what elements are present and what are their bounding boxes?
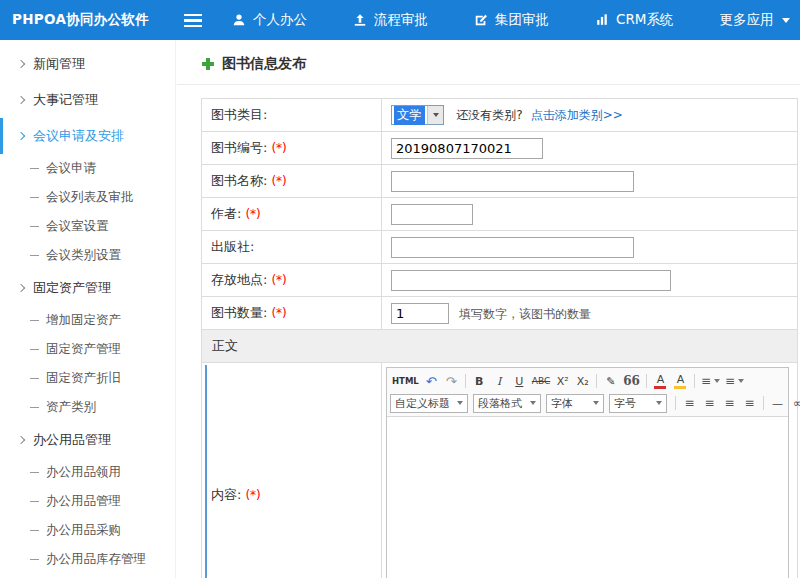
form-row-category: 图书类目: 文学 还没有类别? 点击添加类别>> [202, 99, 798, 132]
strikethrough-button[interactable]: ABC [530, 372, 552, 390]
category-label: 图书类目: [211, 107, 267, 122]
toolbar-separator [646, 374, 647, 388]
toolbar-separator [694, 374, 695, 388]
sidebar-group-label: 办公用品管理 [33, 431, 111, 449]
required-mark: (*) [271, 273, 286, 287]
sidebar-item-asset-manage[interactable]: 固定资产管理 [0, 335, 175, 364]
quantity-input[interactable] [391, 303, 449, 324]
caret-down-icon [457, 401, 463, 405]
html-source-button[interactable]: HTML [390, 372, 421, 390]
sidebar-item-approval-permission[interactable]: 审批权限设置 [0, 574, 175, 578]
sidebar-group-news[interactable]: 新闻管理 [0, 46, 175, 82]
page-title-bar: 图书信息发布 [177, 40, 800, 85]
sidebar-item-meeting-apply[interactable]: 会议申请 [0, 154, 175, 183]
sidebar-item-meeting-list[interactable]: 会议列表及审批 [0, 183, 175, 212]
book-name-input[interactable] [391, 171, 634, 192]
dash-icon [30, 378, 39, 379]
required-mark: (*) [271, 306, 286, 320]
font-family-dropdown[interactable]: 字体 [546, 394, 604, 413]
align-center-button[interactable]: ≡ [700, 394, 719, 412]
link-button[interactable]: ∞ [788, 394, 800, 412]
subscript-button[interactable]: X₂ [573, 372, 592, 390]
editor-content-area[interactable] [387, 417, 788, 578]
custom-title-dropdown[interactable]: 自定义标题 [390, 394, 468, 413]
form-row-quantity: 图书数量:(*) 填写数字，该图书的数量 [202, 297, 798, 330]
workflow-icon [353, 13, 367, 27]
book-code-input[interactable] [391, 138, 543, 159]
page-title: 图书信息发布 [222, 55, 306, 73]
sidebar-item-label: 会议列表及审批 [46, 189, 134, 206]
toolbar-separator [596, 374, 597, 388]
blockquote-button[interactable]: 66 [621, 372, 642, 390]
unordered-list-button[interactable]: ≡ [699, 372, 722, 390]
editor-toolbar-row2: 自定义标题 段落格式 字体 字号 ≡ ≡ ≡ ≡ — ∞ ∞ [390, 392, 785, 414]
nav-crm-system[interactable]: CRM系统 [595, 11, 673, 29]
category-select[interactable]: 文学 [391, 105, 444, 125]
quantity-label: 图书数量: [211, 305, 267, 320]
sidebar-item-supplies-manage[interactable]: 办公用品管理 [0, 487, 175, 516]
nav-personal-office[interactable]: 个人办公 [232, 11, 307, 29]
redo-button[interactable]: ↷ [442, 372, 461, 390]
chevron-right-icon [17, 284, 25, 292]
sidebar-group-label: 固定资产管理 [33, 279, 111, 297]
align-justify-button[interactable]: ≡ [740, 394, 759, 412]
sidebar-item-label: 办公用品领用 [46, 464, 121, 481]
form-row-location: 存放地点:(*) [202, 264, 798, 297]
sidebar-group-assets[interactable]: 固定资产管理 [0, 270, 175, 306]
sidebar-item-asset-depreciation[interactable]: 固定资产折旧 [0, 364, 175, 393]
sidebar-item-supplies-purchase[interactable]: 办公用品采购 [0, 516, 175, 545]
publisher-input[interactable] [391, 237, 634, 258]
location-input[interactable] [391, 270, 671, 291]
main-content: 图书信息发布 图书类目: 文学 还没有类别? 点击添加类别>> 图书编号:(*) [177, 40, 800, 578]
dash-icon [30, 320, 39, 321]
sidebar-item-supplies-claim[interactable]: 办公用品领用 [0, 458, 175, 487]
caret-down-icon [530, 401, 536, 405]
hamburger-menu-icon[interactable] [184, 14, 202, 27]
undo-button[interactable]: ↶ [422, 372, 441, 390]
nav-workflow-approval[interactable]: 流程审批 [353, 11, 428, 29]
font-size-dropdown[interactable]: 字号 [609, 394, 667, 413]
dash-icon [30, 255, 39, 256]
sidebar-item-asset-add[interactable]: 增加固定资产 [0, 306, 175, 335]
sidebar: 新闻管理 大事记管理 会议申请及安排 会议申请 会议列表及审批 会议室设置 会议… [0, 40, 176, 578]
dash-icon [30, 472, 39, 473]
sidebar-item-label: 办公用品库存管理 [46, 551, 146, 568]
chart-icon [595, 13, 609, 27]
font-color-button[interactable]: A [651, 372, 670, 390]
chevron-right-icon [17, 132, 25, 140]
form-section-body: 正文 [202, 330, 798, 363]
sidebar-item-label: 固定资产折旧 [46, 370, 121, 387]
nav-more-apps[interactable]: 更多应用 [719, 11, 790, 29]
chevron-right-icon [17, 436, 25, 444]
sidebar-item-supplies-stock[interactable]: 办公用品库存管理 [0, 545, 175, 574]
sidebar-group-supplies[interactable]: 办公用品管理 [0, 422, 175, 458]
dash-icon [30, 530, 39, 531]
required-mark: (*) [245, 207, 260, 221]
paragraph-format-dropdown[interactable]: 段落格式 [473, 394, 541, 413]
italic-button[interactable]: I [490, 372, 509, 390]
sidebar-group-meetings[interactable]: 会议申请及安排 [0, 118, 175, 154]
format-painter-button[interactable]: ✎ [601, 372, 620, 390]
author-input[interactable] [391, 204, 473, 225]
sidebar-item-label: 资产类别 [46, 399, 96, 416]
required-mark: (*) [271, 174, 286, 188]
caret-down-icon [593, 401, 599, 405]
ordered-list-button[interactable]: ≡ [723, 372, 746, 390]
highlight-color-button[interactable]: A [671, 372, 690, 390]
underline-button[interactable]: U [510, 372, 529, 390]
sidebar-item-asset-category[interactable]: 资产类别 [0, 393, 175, 422]
align-right-button[interactable]: ≡ [720, 394, 739, 412]
bold-button[interactable]: B [470, 372, 489, 390]
horizontal-rule-button[interactable]: — [768, 394, 787, 412]
add-category-link[interactable]: 点击添加类别>> [531, 108, 623, 122]
nav-label: 更多应用 [719, 11, 773, 29]
superscript-button[interactable]: X² [553, 372, 572, 390]
nav-label: CRM系统 [616, 11, 673, 29]
align-left-button[interactable]: ≡ [680, 394, 699, 412]
sidebar-group-events[interactable]: 大事记管理 [0, 82, 175, 118]
nav-label: 集团审批 [495, 11, 549, 29]
sidebar-item-meeting-room[interactable]: 会议室设置 [0, 212, 175, 241]
nav-group-approval[interactable]: 集团审批 [474, 11, 549, 29]
sidebar-group-label: 会议申请及安排 [33, 127, 124, 145]
sidebar-item-meeting-category[interactable]: 会议类别设置 [0, 241, 175, 270]
